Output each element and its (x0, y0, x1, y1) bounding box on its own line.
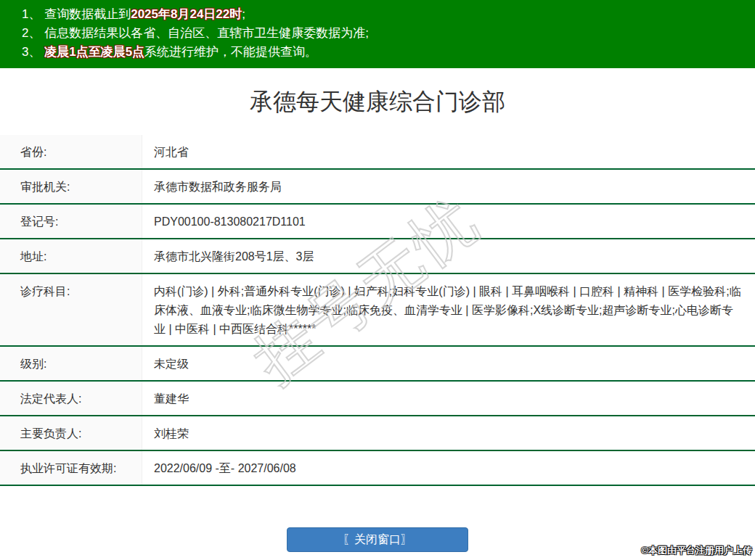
row-label: 登记号: (0, 205, 142, 238)
table-row-license-validity: 执业许可证有效期: 2022/06/09 -至- 2027/06/08 (0, 451, 755, 486)
notice-banner: 1、 查询数据截止到2025年8月24日22时; 2、 信息数据结果以各省、自治… (0, 0, 755, 68)
notice-line-3-text: 3、 (22, 45, 44, 59)
notice-line-2: 2、 信息数据结果以各省、自治区、直辖市卫生健康委数据为准; (22, 24, 748, 43)
row-label: 省份: (0, 135, 142, 168)
row-value: PDY00100-813080217D1101 (142, 205, 755, 238)
table-row-approval-authority: 审批机关: 承德市数据和政务服务局 (0, 170, 755, 205)
page-title: 承德每天健康综合门诊部 (0, 68, 755, 135)
notice-line-1: 1、 查询数据截止到2025年8月24日22时; (22, 5, 748, 24)
row-label: 诊疗科目: (0, 274, 142, 345)
notice-line-3-emphasis: 凌晨1点至凌晨5点 (44, 45, 144, 59)
row-label: 地址: (0, 239, 142, 273)
table-row-province: 省份: 河北省 (0, 135, 755, 170)
row-value: 承德市数据和政务服务局 (142, 170, 755, 203)
notice-line-1-text: 1、 查询数据截止到 (22, 7, 131, 21)
close-window-button[interactable]: 〖关闭窗口〗 (287, 527, 468, 552)
notice-line-3-tail: 系统进行维护，不能提供查询。 (144, 45, 317, 59)
row-value: 河北省 (142, 135, 755, 168)
notice-line-3: 3、 凌晨1点至凌晨5点系统进行维护，不能提供查询。 (22, 43, 748, 62)
table-row-address: 地址: 承德市北兴隆街208号1层、3层 (0, 239, 755, 274)
notice-line-1-tail: ; (242, 7, 245, 21)
row-label: 法定代表人: (0, 382, 142, 415)
row-value: 承德市北兴隆街208号1层、3层 (142, 239, 755, 273)
table-row-medical-subjects: 诊疗科目: 内科(门诊) | 外科;普通外科专业(门诊) | 妇产科;妇科专业(… (0, 274, 755, 347)
row-label: 审批机关: (0, 170, 142, 203)
row-value: 未定级 (142, 347, 755, 380)
table-row-person-in-charge: 主要负责人: 刘桂荣 (0, 416, 755, 451)
row-label: 级别: (0, 347, 142, 380)
info-table: 省份: 河北省 审批机关: 承德市数据和政务服务局 登记号: PDY00100-… (0, 135, 755, 486)
row-label: 主要负责人: (0, 416, 142, 450)
table-row-registration-number: 登记号: PDY00100-813080217D1101 (0, 205, 755, 239)
row-value: 2022/06/09 -至- 2027/06/08 (142, 451, 755, 485)
row-value: 内科(门诊) | 外科;普通外科专业(门诊) | 妇产科;妇科专业(门诊) | … (142, 274, 755, 345)
notice-line-2-text: 2、 信息数据结果以各省、自治区、直辖市卫生健康委数据为准; (22, 26, 369, 40)
row-value: 刘桂荣 (142, 416, 755, 450)
table-row-level: 级别: 未定级 (0, 347, 755, 382)
upload-attribution-note: ©本图由平台注册用户上传 (641, 544, 752, 557)
row-value: 董建华 (142, 382, 755, 415)
notice-line-1-emphasis: 2025年8月24日22时 (131, 7, 242, 21)
table-row-legal-representative: 法定代表人: 董建华 (0, 382, 755, 416)
row-label: 执业许可证有效期: (0, 451, 142, 485)
